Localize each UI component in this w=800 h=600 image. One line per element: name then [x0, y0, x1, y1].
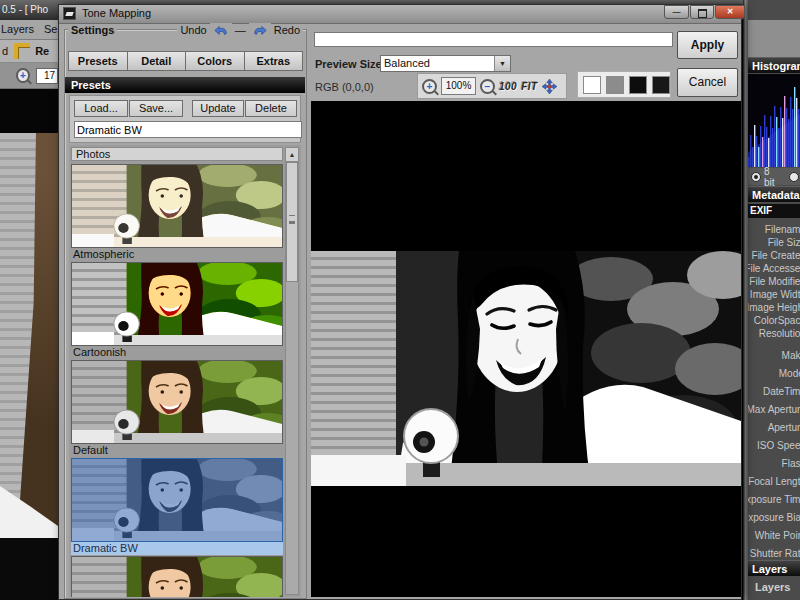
metadata-field-label: Exposure Bias — [743, 512, 800, 523]
cancel-button[interactable]: Cancel — [677, 68, 738, 97]
preset-label: Default — [71, 444, 283, 457]
background-zoom-toolbar: + 17 — [0, 63, 58, 89]
background-app-title: 0.5 - [ Pho — [2, 4, 48, 15]
preview-viewport[interactable] — [311, 101, 741, 597]
background-swatch-0[interactable] — [583, 76, 601, 94]
preset-item-default[interactable]: Default — [71, 360, 283, 457]
metadata-field-label: File Modified — [749, 276, 800, 287]
chevron-down-icon[interactable]: ▼ — [494, 56, 510, 71]
preview-size-label: Preview Size — [315, 58, 382, 70]
preset-name-input[interactable] — [74, 121, 302, 138]
background-canvas-dark — [0, 89, 58, 133]
exif-section-header[interactable]: EXIF — [748, 204, 800, 218]
metadata-field-label: File Accessed — [744, 263, 800, 274]
metadata-field-label: File Size — [768, 237, 800, 248]
right-panel-sidebar: Histogram 8 bit Metadata EXIF FilenameFi… — [743, 0, 800, 600]
metadata-field-label: File Created — [752, 250, 800, 261]
preset-thumbnail[interactable] — [71, 556, 283, 597]
tab-detail[interactable]: Detail — [127, 51, 187, 71]
ruler-icon[interactable] — [14, 43, 30, 59]
metadata-field-label: Model — [779, 368, 800, 379]
preset-item-cartoonish[interactable]: Cartoonish — [71, 262, 283, 359]
tab-presets[interactable]: Presets — [68, 51, 128, 71]
metadata-field-label: Aperture — [768, 422, 800, 433]
actual-size-icon[interactable]: 100 — [499, 81, 517, 92]
preset-item-dramatic-bw[interactable]: Dramatic BW — [71, 458, 283, 555]
photo-hair-shape — [0, 133, 58, 538]
dialog-app-icon — [63, 7, 76, 20]
sidebar-toolbar-area — [748, 20, 800, 57]
preset-group-header[interactable]: Photos — [71, 147, 283, 161]
metadata-field-label: DateTime — [763, 386, 800, 397]
delete-button[interactable]: Delete — [245, 100, 297, 117]
preset-path-field[interactable] — [314, 32, 673, 47]
maximize-button[interactable] — [690, 5, 714, 19]
tab-colors[interactable]: Colors — [185, 51, 245, 71]
background-swatch-1[interactable] — [606, 76, 624, 94]
metadata-field-label: Exposure Time — [743, 494, 800, 505]
bit-depth-label: 8 bit — [764, 166, 775, 188]
bit-depth-row: 8 bit — [748, 168, 800, 185]
preset-label: Cartoonish — [71, 346, 283, 359]
save-button[interactable]: Save... — [129, 100, 183, 117]
metadata-field-label: Max Aperture — [747, 404, 800, 415]
preview-size-value: Balanced — [384, 57, 430, 69]
update-button[interactable]: Update — [192, 100, 244, 117]
menu-item-layers[interactable]: Layers — [1, 23, 34, 35]
pan-icon[interactable] — [542, 79, 557, 94]
zoom-in-icon[interactable]: + — [422, 79, 437, 94]
fit-icon[interactable]: FIT — [521, 81, 538, 92]
bit-depth-radio[interactable] — [751, 172, 761, 182]
zoom-out-icon[interactable]: − — [480, 79, 495, 94]
metadata-field-label: ColorSpace — [754, 315, 800, 326]
preset-label: Atmospheric — [71, 248, 283, 261]
histogram-panel-header[interactable]: Histogram — [748, 57, 800, 73]
background-swatch-2[interactable] — [629, 76, 647, 94]
zoom-controls: + 100% − 100 FIT — [417, 73, 567, 99]
preset-actions-box: Load... Save... Update Delete — [69, 95, 301, 143]
background-menubar[interactable]: LayersSelect — [0, 20, 58, 40]
bit-depth-radio-alt[interactable] — [789, 172, 799, 182]
redo-icon[interactable] — [249, 23, 271, 37]
minimize-button[interactable]: — — [664, 5, 689, 19]
layers-sub-label: Layers — [755, 581, 790, 593]
metadata-field-label: Filename — [765, 224, 800, 235]
undo-label: Undo — [177, 24, 209, 36]
preset-item[interactable] — [71, 556, 283, 597]
preset-thumbnail[interactable] — [71, 164, 283, 248]
scrollbar-thumb[interactable] — [286, 162, 298, 282]
undo-redo-separator: — — [232, 24, 249, 36]
rgb-readout: RGB (0,0,0) — [315, 81, 374, 93]
metadata-field-label: Resolution — [759, 328, 800, 339]
tab-extras[interactable]: Extras — [244, 51, 304, 71]
preview-background-swatches — [577, 71, 671, 98]
metadata-panel-header[interactable]: Metadata — [748, 186, 800, 202]
preset-thumbnail[interactable] — [71, 262, 283, 346]
background-swatch-3[interactable] — [652, 76, 670, 94]
preset-list-region: Photos ▲ Atmospheric — [69, 145, 301, 597]
preset-list-scrollbar[interactable]: ▲ — [285, 147, 299, 595]
zoom-tool-icon[interactable]: + — [16, 68, 30, 83]
tone-mapping-dialog: Tone Mapping — ✕ Settings Undo — Redo Pr… — [58, 4, 742, 600]
preview-size-select[interactable]: Balanced ▼ — [380, 55, 511, 72]
zoom-percent-value[interactable]: 100% — [441, 77, 476, 95]
metadata-field-label: Image Height — [747, 302, 800, 313]
layers-panel-header[interactable]: Layers — [748, 560, 800, 576]
histogram-plot — [748, 74, 800, 167]
undo-icon[interactable] — [210, 23, 232, 37]
preset-thumbnail[interactable] — [71, 458, 283, 542]
panel-splitter[interactable] — [743, 0, 748, 600]
load-button[interactable]: Load... — [74, 100, 128, 117]
background-zoom-value[interactable]: 17 — [36, 68, 58, 84]
background-photo-fragment — [0, 133, 58, 538]
close-button[interactable]: ✕ — [715, 5, 745, 19]
menu-item-select[interactable]: Select — [44, 23, 58, 35]
background-canvas-dark-bottom — [0, 538, 58, 600]
apply-button[interactable]: Apply — [677, 31, 738, 59]
preset-label: Dramatic BW — [71, 542, 283, 555]
metadata-field-label: White Point — [755, 530, 800, 541]
scrollbar-up-icon[interactable]: ▲ — [286, 148, 298, 162]
preset-item-atmospheric[interactable]: Atmospheric — [71, 164, 283, 261]
metadata-field-label: Make — [782, 350, 800, 361]
preset-thumbnail[interactable] — [71, 360, 283, 444]
